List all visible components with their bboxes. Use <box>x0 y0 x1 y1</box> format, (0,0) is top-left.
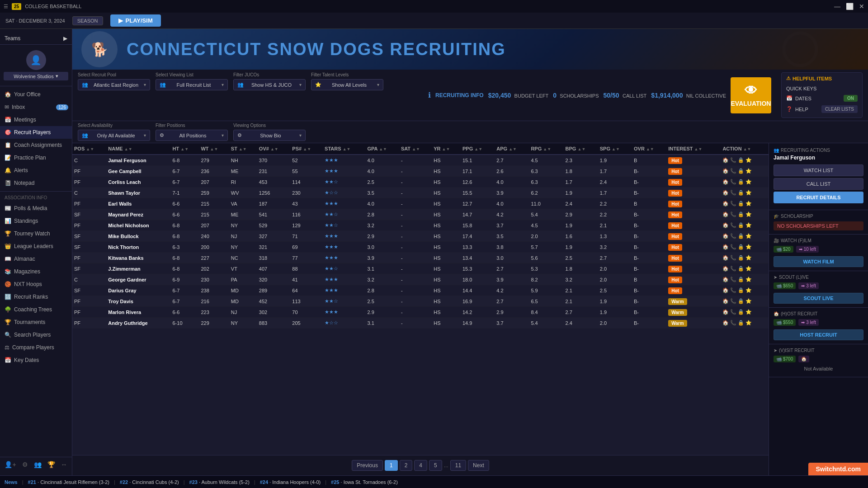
trophy-icon[interactable]: 🏆 <box>47 461 55 468</box>
home-action-icon[interactable]: 🏠 <box>722 201 729 206</box>
home-action-icon[interactable]: 🏠 <box>722 309 729 315</box>
play-sim-button[interactable]: PLAY/SIM <box>110 14 161 27</box>
col-ovr[interactable]: OVR ▲▼ <box>632 143 666 155</box>
col-ov[interactable]: OV# ▲▼ <box>257 143 291 155</box>
lock-action-icon[interactable]: 🔒 <box>738 179 744 185</box>
home-action-icon[interactable]: 🏠 <box>722 157 729 163</box>
phone-action-icon[interactable]: 📞 <box>730 255 736 261</box>
star-action-icon[interactable]: ⭐ <box>745 179 752 185</box>
lock-action-icon[interactable]: 🔒 <box>738 298 744 304</box>
add-player-icon[interactable]: 👤+ <box>5 461 16 468</box>
recruit-pool-select[interactable]: 👥 Atlantic East Region ▾ <box>78 79 150 90</box>
phone-action-icon[interactable]: 📞 <box>730 320 736 326</box>
col-yr[interactable]: YR ▲▼ <box>432 143 461 155</box>
home-action-icon[interactable]: 🏠 <box>722 266 729 272</box>
lock-action-icon[interactable]: 🔒 <box>738 157 744 163</box>
page-5-button[interactable]: 5 <box>429 460 442 471</box>
star-action-icon[interactable]: ⭐ <box>745 211 752 217</box>
home-action-icon[interactable]: 🏠 <box>722 298 729 304</box>
sidebar-item-standings[interactable]: 📊 Standings <box>0 215 72 227</box>
cell-name[interactable]: J.Zimmerman <box>106 263 170 274</box>
lock-action-icon[interactable]: 🔒 <box>738 190 744 196</box>
home-action-icon[interactable]: 🏠 <box>722 168 729 174</box>
call-list-button[interactable]: CALL LIST <box>774 178 863 190</box>
clear-lists-button[interactable]: CLEAR LISTS <box>821 105 858 113</box>
sidebar-item-magazines[interactable]: 📚 Magazines <box>0 265 72 278</box>
star-action-icon[interactable]: ⭐ <box>745 255 752 261</box>
sidebar-item-compare-players[interactable]: ⚖ Compare Players <box>0 341 72 354</box>
star-action-icon[interactable]: ⭐ <box>745 320 752 326</box>
sidebar-item-recruit-players[interactable]: 🎯 Recruit Players <box>0 126 72 139</box>
phone-action-icon[interactable]: 📞 <box>730 157 736 163</box>
sidebar-item-almanac[interactable]: 📖 Almanac <box>0 253 72 265</box>
sidebar-item-alerts[interactable]: 🔔 Alerts <box>0 164 72 177</box>
cell-name[interactable]: Marlon Rivera <box>106 307 170 318</box>
availability-select[interactable]: 👥 Only All Available ▾ <box>78 130 150 141</box>
page-11-button[interactable]: 11 <box>450 460 466 471</box>
sidebar-item-recruit-ranks[interactable]: 🔢 Recruit Ranks <box>0 291 72 303</box>
lock-action-icon[interactable]: 🔒 <box>738 320 744 326</box>
sidebar-item-search-players[interactable]: 🔍 Search Players <box>0 328 72 341</box>
phone-action-icon[interactable]: 📞 <box>730 233 736 239</box>
sidebar-item-notepad[interactable]: 📓 Notepad <box>0 177 72 189</box>
lock-action-icon[interactable]: 🔒 <box>738 277 744 282</box>
col-ht[interactable]: HT ▲▼ <box>170 143 199 155</box>
positions-select[interactable]: ⚙ All Positions ▾ <box>156 130 228 141</box>
sidebar-item-tournaments[interactable]: 🏆 Tournaments <box>0 316 72 328</box>
page-1-button[interactable]: 1 <box>385 460 398 471</box>
scout-live-button[interactable]: SCOUT LIVE <box>774 293 863 304</box>
host-recruit-button[interactable]: HOST RECRUIT <box>774 329 863 340</box>
home-action-icon[interactable]: 🏠 <box>722 320 729 326</box>
phone-action-icon[interactable]: 📞 <box>730 309 736 315</box>
cell-name[interactable]: Andry Guthridge <box>106 318 170 328</box>
phone-action-icon[interactable]: 📞 <box>730 222 736 228</box>
season-button[interactable]: SEASON <box>72 16 103 25</box>
home-action-icon[interactable]: 🏠 <box>722 190 729 196</box>
home-action-icon[interactable]: 🏠 <box>722 244 729 250</box>
page-2-button[interactable]: 2 <box>400 460 413 471</box>
settings-icon[interactable]: ⚙ <box>22 461 28 468</box>
lock-action-icon[interactable]: 🔒 <box>738 266 744 272</box>
close-button[interactable]: ✕ <box>859 3 864 10</box>
home-action-icon[interactable]: 🏠 <box>722 233 729 239</box>
phone-action-icon[interactable]: 📞 <box>730 201 736 206</box>
cell-name[interactable]: Maynard Perez <box>106 209 170 220</box>
cell-name[interactable]: Mike Bullock <box>106 231 170 242</box>
transfer-icon[interactable]: ↔ <box>61 461 67 468</box>
lock-action-icon[interactable]: 🔒 <box>738 201 744 206</box>
lock-action-icon[interactable]: 🔒 <box>738 287 744 293</box>
lock-action-icon[interactable]: 🔒 <box>738 255 744 261</box>
col-stars[interactable]: STARS ▲▼ <box>323 143 365 155</box>
cell-name[interactable]: Troy Davis <box>106 296 170 307</box>
dates-toggle[interactable]: ON <box>844 95 858 102</box>
sidebar-item-league-leaders[interactable]: 👑 League Leaders <box>0 240 72 253</box>
col-st[interactable]: ST ▲▼ <box>229 143 257 155</box>
col-ps[interactable]: PS# ▲▼ <box>290 143 323 155</box>
star-action-icon[interactable]: ⭐ <box>745 157 752 163</box>
home-action-icon[interactable]: 🏠 <box>722 277 729 282</box>
col-ppg[interactable]: PPG ▲▼ <box>461 143 495 155</box>
sidebar-item-meetings[interactable]: 📅 Meetings <box>0 113 72 126</box>
col-action[interactable]: ACTION ▲▼ <box>721 143 769 155</box>
lock-action-icon[interactable]: 🔒 <box>738 233 744 239</box>
sidebar-item-tourney-watch[interactable]: 🏆 Tourney Watch <box>0 227 72 240</box>
sidebar-item-inbox[interactable]: ✉ Inbox 126 <box>0 101 72 113</box>
col-bpg[interactable]: BPG ▲▼ <box>564 143 598 155</box>
watch-list-button[interactable]: WATCH LIST <box>774 164 863 176</box>
sidebar-item-your-office[interactable]: 🏠 Your Office <box>0 88 72 101</box>
col-gpa[interactable]: GPA ▲▼ <box>366 143 399 155</box>
cell-name[interactable]: Kitwana Banks <box>106 253 170 263</box>
maximize-button[interactable]: ⬜ <box>846 3 854 10</box>
cell-name[interactable]: George Gardner <box>106 274 170 285</box>
home-action-icon[interactable]: 🏠 <box>722 179 729 185</box>
col-interest[interactable]: INTEREST ▲▼ <box>666 143 721 155</box>
phone-action-icon[interactable]: 📞 <box>730 277 736 282</box>
filter-jucos-select[interactable]: 👥 Show HS & JUCO ▾ <box>233 79 306 90</box>
phone-action-icon[interactable]: 📞 <box>730 266 736 272</box>
star-action-icon[interactable]: ⭐ <box>745 298 752 304</box>
cell-name[interactable]: Michel Nicholson <box>106 220 170 231</box>
teams-toggle[interactable]: ▶ <box>63 35 67 42</box>
star-action-icon[interactable]: ⭐ <box>745 190 752 196</box>
star-action-icon[interactable]: ⭐ <box>745 277 752 282</box>
next-page-button[interactable]: Next <box>468 460 489 471</box>
